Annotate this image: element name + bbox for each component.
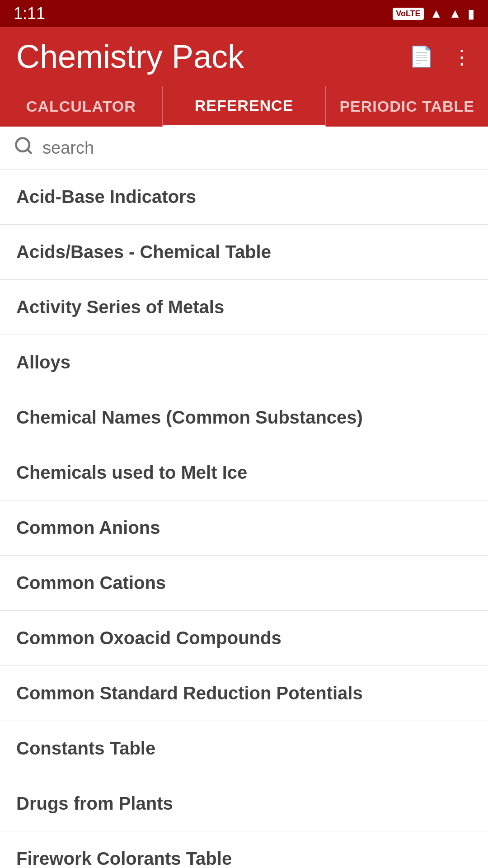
search-input[interactable] — [42, 138, 474, 158]
tab-bar: CALCULATOR REFERENCE PERIODIC TABLE — [0, 86, 488, 127]
list-item[interactable]: Chemical Names (Common Substances) — [0, 390, 488, 445]
tab-calculator[interactable]: CALCULATOR — [0, 86, 163, 127]
list-item[interactable]: Common Oxoacid Compounds — [0, 611, 488, 666]
list-item-text: Firework Colorants Table — [16, 849, 232, 868]
volte-icon: VoLTE — [393, 8, 423, 20]
app-header: Chemistry Pack 📄 ⋮ — [0, 27, 488, 86]
list-item[interactable]: Constants Table — [0, 721, 488, 776]
search-icon — [14, 136, 33, 160]
tab-reference[interactable]: REFERENCE — [163, 86, 326, 127]
tab-periodic-table[interactable]: PERIODIC TABLE — [326, 86, 488, 127]
list-item-text: Chemicals used to Melt Ice — [16, 462, 247, 482]
list-item[interactable]: Drugs from Plants — [0, 776, 488, 831]
list-item-text: Common Anions — [16, 518, 160, 538]
list-item-text: Common Cations — [16, 573, 166, 593]
app-title: Chemistry Pack — [16, 38, 244, 75]
status-time: 1:11 — [14, 4, 45, 23]
list-item-text: Chemical Names (Common Substances) — [16, 407, 363, 427]
list-item-text: Common Oxoacid Compounds — [16, 628, 282, 648]
svg-line-1 — [28, 150, 31, 153]
list-item-text: Alloys — [16, 352, 70, 372]
document-icon[interactable]: 📄 — [409, 45, 434, 68]
list-item[interactable]: Common Cations — [0, 556, 488, 611]
list-item-text: Constants Table — [16, 738, 155, 758]
list-item[interactable]: Acid-Base Indicators — [0, 170, 488, 225]
list-item-text: Acid-Base Indicators — [16, 187, 196, 207]
header-icons: 📄 ⋮ — [409, 45, 472, 68]
list-item[interactable]: Common Anions — [0, 500, 488, 556]
list-item-text: Common Standard Reduction Potentials — [16, 683, 363, 703]
list-item-text: Activity Series of Metals — [16, 297, 224, 317]
list-item[interactable]: Acids/Bases - Chemical Table — [0, 225, 488, 280]
search-bar — [0, 127, 488, 170]
list-item[interactable]: Alloys — [0, 335, 488, 390]
list-item[interactable]: Firework Colorants Table — [0, 831, 488, 868]
reference-list: Acid-Base IndicatorsAcids/Bases - Chemic… — [0, 170, 488, 868]
list-item-text: Acids/Bases - Chemical Table — [16, 242, 271, 262]
battery-icon: ▮ — [468, 6, 474, 21]
list-item-text: Drugs from Plants — [16, 793, 173, 813]
more-options-icon[interactable]: ⋮ — [452, 45, 472, 68]
wifi-icon: ▲ — [430, 6, 443, 21]
signal-icon: ▲ — [449, 6, 461, 21]
list-item[interactable]: Activity Series of Metals — [0, 280, 488, 335]
status-icons: VoLTE ▲ ▲ ▮ — [393, 6, 474, 21]
list-item[interactable]: Common Standard Reduction Potentials — [0, 666, 488, 721]
status-bar: 1:11 VoLTE ▲ ▲ ▮ — [0, 0, 488, 27]
list-item[interactable]: Chemicals used to Melt Ice — [0, 445, 488, 500]
